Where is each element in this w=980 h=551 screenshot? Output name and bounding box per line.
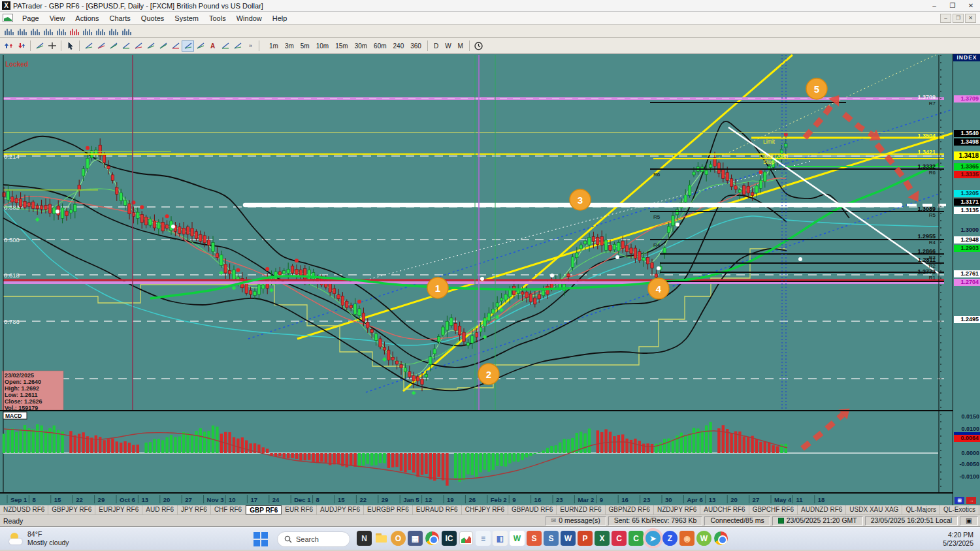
fib-extension-icon[interactable] <box>157 40 169 52</box>
annotation-circle-4[interactable]: 4 <box>648 278 669 299</box>
tab-eurgbp-rf6[interactable]: EURGBP RF6 <box>364 505 413 514</box>
period-m[interactable]: M <box>455 42 466 50</box>
excel-icon[interactable]: X <box>595 531 610 546</box>
menu-charts[interactable]: Charts <box>104 12 135 24</box>
notepad-dark-icon[interactable]: N <box>357 531 372 546</box>
minimize-button[interactable]: – <box>925 0 943 11</box>
regression-icon[interactable] <box>231 40 244 52</box>
search-input[interactable]: Search <box>277 531 350 547</box>
tab-audnzd-rf6[interactable]: AUDNZD RF6 <box>798 505 846 514</box>
timeframe-10m[interactable]: 10m <box>313 42 332 50</box>
price-chart[interactable]: 0.2140.3820.5000.6180.786R6R5R41.3709R71… <box>0 54 953 505</box>
tab-gbpnzd-rf6[interactable]: GBPNZD RF6 <box>606 505 654 514</box>
menu-system[interactable]: System <box>169 12 204 24</box>
period-w[interactable]: W <box>442 42 454 50</box>
mdi-restore-button[interactable]: ❐ <box>953 14 964 23</box>
start-button[interactable] <box>253 532 268 546</box>
webull-icon[interactable]: W <box>696 531 711 546</box>
ic-markets-icon[interactable]: IC <box>442 531 457 546</box>
timeframe-30m[interactable]: 30m <box>351 42 370 50</box>
trendline-icon[interactable] <box>82 40 95 52</box>
channel-icon[interactable] <box>132 40 144 52</box>
gann-fan-icon[interactable] <box>169 40 182 52</box>
tab-audjpy-rf6[interactable]: AUDJPY RF6 <box>317 505 364 514</box>
annotation-circle-3[interactable]: 3 <box>570 189 591 210</box>
pitchfork-icon[interactable] <box>182 40 194 52</box>
menu-window[interactable]: Window <box>231 12 267 24</box>
menu-actions[interactable]: Actions <box>70 12 104 24</box>
rectangle-icon[interactable] <box>194 40 206 52</box>
powerpoint-icon[interactable]: P <box>578 531 593 546</box>
timeframe-240[interactable]: 240 <box>390 42 408 50</box>
tab-eurnzd-rf6[interactable]: EURNZD RF6 <box>557 505 605 514</box>
tab-ql-majors[interactable]: QL-Majors <box>902 505 940 514</box>
timeframe-3m[interactable]: 3m <box>282 42 297 50</box>
chrome-icon[interactable] <box>425 531 440 546</box>
weather-widget[interactable]: 84°F Mostly cloudy <box>0 530 131 546</box>
tab-usdx-xau-xag[interactable]: USDX XAU XAG <box>846 505 902 514</box>
vertical-line-icon[interactable] <box>95 40 107 52</box>
tab-nzdjpy-rf6[interactable]: NZDJPY RF6 <box>654 505 700 514</box>
word-icon[interactable]: W <box>561 531 576 546</box>
price-scale[interactable]: INDEX 1.37091.35401.34981.34181.33651.33… <box>953 54 980 505</box>
period-d[interactable]: D <box>431 42 442 50</box>
page-chart-icon[interactable] <box>3 14 13 22</box>
camtasia-icon[interactable]: C <box>629 531 644 546</box>
taskbar-clock[interactable]: 4:20 PM 5/23/2025 <box>943 531 973 548</box>
close-button[interactable]: ✕ <box>962 0 980 11</box>
tab-gbpjpy-rf6[interactable]: GBPJPY RF6 <box>48 505 95 514</box>
renko-icon[interactable] <box>81 25 93 37</box>
menu-help[interactable]: Help <box>267 12 293 24</box>
annotation-circle-2[interactable]: 2 <box>478 364 499 385</box>
tab-ql-exotics[interactable]: QL-Exotics <box>940 505 979 514</box>
hollow-candles-icon[interactable] <box>29 25 41 37</box>
tab-gbp-rf6[interactable]: GBP RF6 <box>246 505 282 514</box>
bars-icon[interactable] <box>3 25 15 37</box>
timeframe-1m[interactable]: 1m <box>266 42 282 50</box>
clipchamp-icon[interactable]: C <box>612 531 627 546</box>
timeframe-60m[interactable]: 60m <box>370 42 389 50</box>
tab-aud-rf6[interactable]: AUD RF6 <box>142 505 178 514</box>
timeframe-15m[interactable]: 15m <box>332 42 351 50</box>
line-chart-icon[interactable] <box>42 25 54 37</box>
cursor-icon[interactable] <box>64 40 76 52</box>
telegram-icon[interactable]: ➤ <box>645 531 661 546</box>
tab-eurjpy-rf6[interactable]: EURJPY RF6 <box>95 505 142 514</box>
session-clock-icon[interactable] <box>472 40 485 52</box>
menu-view[interactable]: View <box>44 12 71 24</box>
patrader-icon[interactable] <box>459 531 474 546</box>
zoom-icon[interactable]: Z <box>662 531 678 546</box>
timeframe-5m[interactable]: 5m <box>297 42 313 50</box>
tab-gbpaud-rf6[interactable]: GBPAUD RF6 <box>508 505 557 514</box>
notepad-lines-icon[interactable]: ≡ <box>476 531 491 546</box>
tab-chfjpy-rf6[interactable]: CHFJPY RF6 <box>462 505 508 514</box>
calculator-icon[interactable]: ▦ <box>408 531 423 546</box>
tab-audchf-rf6[interactable]: AUDCHF RF6 <box>700 505 749 514</box>
file-explorer-icon[interactable] <box>374 531 389 546</box>
fib-retracement-icon[interactable] <box>144 40 157 52</box>
fib-time-icon[interactable] <box>219 40 231 52</box>
kagi-icon[interactable] <box>94 25 106 37</box>
sublime-icon[interactable]: S <box>527 531 542 546</box>
text-tool-icon[interactable]: A <box>206 40 219 52</box>
candles-icon[interactable] <box>16 25 28 37</box>
tab-nzdusd-rf6[interactable]: NZDUSD RF6 <box>0 505 48 514</box>
menu-quotes[interactable]: Quotes <box>136 12 169 24</box>
mdi-minimize-button[interactable]: – <box>940 14 951 23</box>
maximize-button[interactable]: ❐ <box>943 0 962 11</box>
tab-gbpchf-rf6[interactable]: GBPCHF RF6 <box>749 505 798 514</box>
buy-arrows-icon[interactable] <box>3 40 15 52</box>
angle-line-icon[interactable] <box>107 40 120 52</box>
tab-eur-rf6[interactable]: EUR RF6 <box>282 505 317 514</box>
paint-icon[interactable]: ◧ <box>493 531 508 546</box>
more-tools-chevron[interactable]: » <box>244 40 256 52</box>
annotation-circle-1[interactable]: 1 <box>427 277 448 298</box>
crosshair-icon[interactable] <box>46 40 58 52</box>
tab-jpy-rf6[interactable]: JPY RF6 <box>178 505 211 514</box>
scroll-left-button[interactable]: ⊞ <box>955 497 964 504</box>
menu-page[interactable]: Page <box>17 12 44 24</box>
tab-chf-rf6[interactable]: CHF RF6 <box>211 505 246 514</box>
annotation-circle-5[interactable]: 5 <box>806 78 827 99</box>
scroll-right-button[interactable]: → <box>966 497 976 504</box>
area-chart-icon[interactable] <box>55 25 67 37</box>
